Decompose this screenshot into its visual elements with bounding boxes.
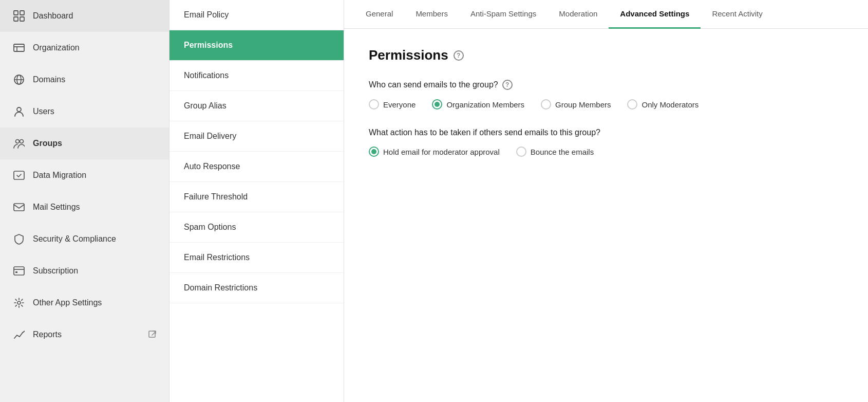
groups-icon — [12, 137, 26, 150]
svg-point-12 — [20, 140, 24, 143]
mail-settings-icon — [12, 200, 26, 214]
svg-rect-1 — [20, 11, 24, 15]
question1-options: Everyone Organization Members Group Memb… — [369, 99, 843, 109]
other-app-icon — [12, 296, 26, 309]
radio-bounce-emails[interactable]: Bounce the emails — [516, 147, 594, 157]
radio-hold-email[interactable]: Hold email for moderator approval — [369, 147, 500, 157]
svg-point-11 — [16, 140, 20, 143]
subscription-icon — [12, 264, 26, 278]
sidebar-item-reports[interactable]: Reports — [0, 319, 169, 351]
middle-item-email-restrictions[interactable]: Email Restrictions — [169, 243, 344, 273]
sidebar-item-mail-settings[interactable]: Mail Settings — [0, 191, 169, 223]
middle-item-group-alias[interactable]: Group Alias — [169, 91, 344, 121]
sidebar-item-other-app-settings[interactable]: Other App Settings — [0, 287, 169, 319]
sidebar-item-users-label: Users — [33, 107, 54, 116]
sidebar-item-reports-label: Reports — [33, 330, 62, 339]
tab-anti-spam[interactable]: Anti-Spam Settings — [459, 0, 548, 29]
svg-rect-4 — [14, 44, 24, 51]
radio-group-members-circle — [541, 99, 551, 109]
question2-label: What action has to be taken if others se… — [369, 128, 843, 137]
domains-icon — [12, 73, 26, 86]
svg-rect-2 — [14, 17, 18, 21]
middle-item-email-policy[interactable]: Email Policy — [169, 0, 344, 30]
sidebar-item-organization[interactable]: Organization — [0, 32, 169, 64]
middle-item-auto-response[interactable]: Auto Response — [169, 152, 344, 182]
sidebar-item-domains[interactable]: Domains — [0, 64, 169, 96]
middle-item-notifications[interactable]: Notifications — [169, 61, 344, 91]
sidebar-item-groups-label: Groups — [33, 139, 62, 148]
main-content: General Members Anti-Spam Settings Moder… — [344, 0, 868, 402]
question1-label: Who can send emails to the group? ? — [369, 80, 843, 90]
sidebar: Dashboard Organization Domains — [0, 0, 169, 402]
sidebar-item-dashboard-label: Dashboard — [33, 11, 73, 21]
sidebar-item-domains-label: Domains — [33, 75, 65, 84]
radio-only-moderators[interactable]: Only Moderators — [627, 99, 699, 109]
radio-org-members-circle — [432, 99, 442, 109]
sidebar-item-groups[interactable]: Groups — [0, 127, 169, 159]
radio-only-moderators-circle — [627, 99, 637, 109]
sidebar-item-subscription[interactable]: Subscription — [0, 255, 169, 287]
radio-bounce-emails-circle — [516, 147, 526, 157]
middle-item-domain-restrictions[interactable]: Domain Restrictions — [169, 273, 344, 303]
radio-everyone[interactable]: Everyone — [369, 99, 416, 109]
radio-hold-email-circle — [369, 147, 379, 157]
sidebar-item-data-migration-label: Data Migration — [33, 171, 86, 180]
title-help-icon[interactable]: ? — [454, 50, 464, 61]
svg-point-18 — [17, 301, 21, 304]
reports-ext-icon — [148, 331, 157, 339]
radio-everyone-circle — [369, 99, 379, 109]
middle-item-permissions[interactable]: Permissions — [169, 30, 344, 61]
sidebar-item-data-migration[interactable]: Data Migration — [0, 159, 169, 191]
svg-rect-19 — [149, 331, 155, 337]
question1-help-icon[interactable]: ? — [502, 80, 513, 90]
question2-options: Hold email for moderator approval Bounce… — [369, 147, 843, 157]
svg-rect-17 — [15, 271, 17, 273]
page-title: Permissions ? — [369, 47, 843, 63]
reports-icon — [12, 328, 26, 341]
tab-bar: General Members Anti-Spam Settings Moder… — [344, 0, 868, 29]
sidebar-item-users[interactable]: Users — [0, 96, 169, 127]
tab-recent-activity[interactable]: Recent Activity — [701, 0, 773, 29]
security-icon — [12, 232, 26, 246]
middle-item-email-delivery[interactable]: Email Delivery — [169, 121, 344, 152]
radio-group-members[interactable]: Group Members — [541, 99, 611, 109]
middle-item-failure-threshold[interactable]: Failure Threshold — [169, 182, 344, 212]
content-area: Permissions ? Who can send emails to the… — [344, 29, 868, 402]
sidebar-item-mail-settings-label: Mail Settings — [33, 203, 80, 212]
middle-panel: Email Policy Permissions Notifications G… — [169, 0, 344, 402]
svg-rect-15 — [14, 267, 24, 275]
organization-icon — [12, 41, 26, 54]
sidebar-item-dashboard[interactable]: Dashboard — [0, 0, 169, 32]
data-migration-icon — [12, 169, 26, 182]
sidebar-item-security[interactable]: Security & Compliance — [0, 223, 169, 255]
dashboard-icon — [12, 9, 26, 23]
sidebar-item-security-label: Security & Compliance — [33, 234, 116, 244]
svg-rect-13 — [14, 171, 24, 179]
middle-item-spam-options[interactable]: Spam Options — [169, 212, 344, 243]
tab-moderation[interactable]: Moderation — [548, 0, 609, 29]
radio-org-members[interactable]: Organization Members — [432, 99, 524, 109]
svg-rect-14 — [14, 204, 24, 211]
sidebar-item-other-app-settings-label: Other App Settings — [33, 298, 102, 307]
users-icon — [12, 105, 26, 118]
sidebar-item-subscription-label: Subscription — [33, 266, 78, 276]
svg-rect-3 — [20, 17, 24, 21]
svg-rect-0 — [14, 11, 18, 15]
tab-general[interactable]: General — [354, 0, 404, 29]
tab-members[interactable]: Members — [404, 0, 459, 29]
tab-advanced-settings[interactable]: Advanced Settings — [609, 0, 701, 29]
sidebar-item-organization-label: Organization — [33, 43, 80, 52]
svg-point-10 — [17, 107, 21, 112]
